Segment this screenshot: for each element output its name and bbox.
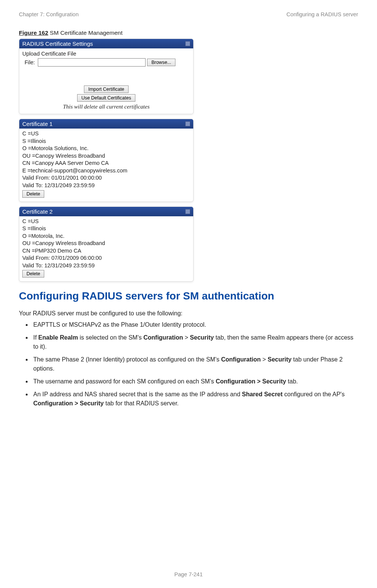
bold-text: Configuration > Security [216,378,286,385]
panel-header: Certificate 1 [19,119,193,129]
figure-number: Figure 162 [19,29,48,36]
upload-label: Upload Certificate File [22,51,190,57]
cert-valid-from: Valid From: 07/01/2009 06:00:00 [22,254,190,262]
bullet-text: An IP address and NAS shared secret that… [33,391,242,397]
section-title: Configuring RADIUS servers for SM authen… [19,290,358,302]
certificate-1-panel: Certificate 1 C =US S =Illinois O =Motor… [19,119,194,202]
delete-note: This will delete all current certificate… [63,104,150,110]
list-item: An IP address and NAS shared secret that… [32,390,358,408]
page-header: Chapter 7: Configuration Configuring a R… [19,11,358,17]
bold-text: Configuration [143,334,183,341]
page-footer: Page 7-241 [0,571,377,577]
cert-c: C =US [22,130,190,138]
file-row: File: Browse... [25,58,190,67]
cert-s: S =Illinois [22,225,190,233]
center-buttons: Import Certificate Use Default Certifica… [22,85,190,110]
list-item: If Enable Realm is selected on the SM's … [32,333,358,351]
panel-header: RADIUS Certificate Settings [19,39,193,48]
import-certificate-button[interactable]: Import Certificate [84,85,128,93]
bullet-text: configured on the AP's [282,391,344,397]
radius-cert-settings-panel: RADIUS Certificate Settings Upload Certi… [19,39,194,114]
file-input[interactable] [38,58,146,67]
cert-cn: CN =Canopy AAA Server Demo CA [22,160,190,167]
cert-ou: OU =Canopy Wireless Broadband [22,240,190,247]
cert-valid-to: Valid To: 12/31/2049 23:59:59 [22,262,190,270]
cert2-body: C =US S =Illinois O =Motorola, Inc. OU =… [19,216,193,282]
bold-text: Security [268,356,292,363]
delete-cert2-button[interactable]: Delete [22,270,44,278]
panel-header: Certificate 2 [19,207,193,216]
file-label: File: [25,59,35,65]
bold-text: Shared Secret [242,391,283,397]
panel-title: Certificate 2 [22,208,53,215]
bullet-text: EAPTTLS or MSCHAPv2 as the Phase 1/Outer… [33,321,206,328]
panel-title: Certificate 1 [22,121,53,127]
certificate-2-panel: Certificate 2 C =US S =Illinois O =Motor… [19,206,194,282]
bullet-text: > [261,356,268,363]
cert-e: E =technical-support@canopywireless.com [22,167,190,175]
figure-caption-text: SM Certificate Management [48,29,123,36]
list-item: The username and password for each SM co… [32,377,358,386]
bullet-text: is selected on the SM's [78,334,143,341]
list-item: The same Phase 2 (Inner Identity) protoc… [32,355,358,373]
cert-o: O =Motorola Solutions, Inc. [22,145,190,152]
cert1-body: C =US S =Illinois O =Motorola Solutions,… [19,129,193,202]
use-default-certs-button[interactable]: Use Default Certificates [77,94,135,102]
bullet-text: If [33,334,38,341]
browse-button[interactable]: Browse... [147,59,175,66]
delete-cert1-button[interactable]: Delete [22,190,44,198]
panel-title: RADIUS Certificate Settings [22,40,93,47]
header-right: Configuring a RADIUS server [287,11,358,17]
collapse-icon[interactable] [185,209,190,214]
cert-o: O =Motorola, Inc. [22,233,190,240]
collapse-icon[interactable] [185,41,190,46]
cert-cn: CN =PMP320 Demo CA [22,247,190,255]
cert-s: S =Illinois [22,138,190,145]
bullet-text: The username and password for each SM co… [33,378,216,385]
bullet-text: tab for that RADIUS server. [104,400,178,406]
bold-text: Configuration [221,356,261,363]
bold-text: Security [190,334,214,341]
cert-c: C =US [22,218,190,225]
figure-caption: Figure 162 SM Certificate Management [19,29,358,36]
bullet-list: EAPTTLS or MSCHAPv2 as the Phase 1/Outer… [19,320,358,408]
intro-text: Your RADIUS server must be configured to… [19,309,358,318]
list-item: EAPTTLS or MSCHAPv2 as the Phase 1/Outer… [32,320,358,329]
panel-body: Upload Certificate File File: Browse... … [19,48,193,114]
cert-ou: OU =Canopy Wireless Broadband [22,152,190,160]
header-left: Chapter 7: Configuration [19,11,79,17]
bold-text: Enable Realm [38,334,78,341]
collapse-icon[interactable] [185,121,190,126]
bullet-text: tab. [286,378,298,385]
bullet-text: The same Phase 2 (Inner Identity) protoc… [33,356,221,363]
cert-valid-from: Valid From: 01/01/2001 00:00:00 [22,174,190,182]
bold-text: Configuration > Security [33,400,104,406]
bullet-text: > [183,334,190,341]
cert-valid-to: Valid To: 12/31/2049 23:59:59 [22,182,190,189]
